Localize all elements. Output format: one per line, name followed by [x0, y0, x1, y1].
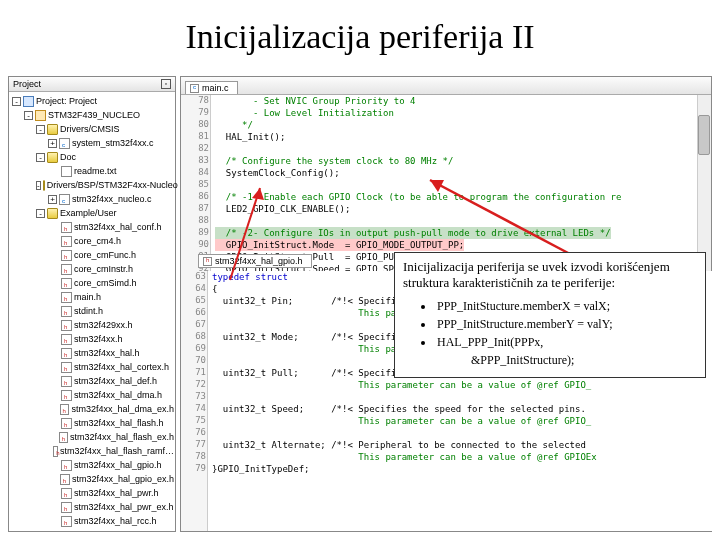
- tree-node[interactable]: core_cmFunc.h: [10, 248, 174, 262]
- tree-node[interactable]: -Example/User: [10, 206, 174, 220]
- tree-label: stm32f4xx_hal_dma.h: [74, 388, 162, 402]
- h-icon: [59, 432, 68, 443]
- h-icon: [53, 446, 58, 457]
- tree-label: readme.txt: [74, 164, 117, 178]
- tree-label: stm32f4xx_hal_gpio.h: [74, 458, 162, 472]
- tree-label: STM32F439_NUCLEO: [48, 108, 140, 122]
- h-icon: [61, 250, 72, 261]
- tree-node[interactable]: stm32f4xx_hal_flash.h: [10, 416, 174, 430]
- tree-label: core_cm4.h: [74, 234, 121, 248]
- tree-twisty-icon[interactable]: -: [12, 97, 21, 106]
- tree-node[interactable]: -Drivers/BSP/STM32F4xx-Nucleo: [10, 178, 174, 192]
- tree-node[interactable]: stm32f4xx_hal_def.h: [10, 374, 174, 388]
- tree-label: stm32f429xx.h: [74, 318, 133, 332]
- tree-twisty-icon[interactable]: -: [36, 125, 45, 134]
- fold-icon: [47, 152, 58, 163]
- pin-icon[interactable]: ▫: [161, 79, 171, 89]
- fold-icon: [43, 180, 45, 191]
- tree-node[interactable]: +system_stm32f4xx.c: [10, 136, 174, 150]
- project-pane: Project ▫ -Project: Project-STM32F439_NU…: [8, 76, 176, 532]
- h-icon: [61, 320, 72, 331]
- tree-node[interactable]: stm32f429xx.h: [10, 318, 174, 332]
- c-icon: [59, 194, 70, 205]
- tree-node[interactable]: main.h: [10, 290, 174, 304]
- h-icon: [61, 306, 72, 317]
- tree-node[interactable]: core_cmSimd.h: [10, 276, 174, 290]
- tree-node[interactable]: stm32f4xx_hal_pwr.h: [10, 486, 174, 500]
- tree-label: stdint.h: [74, 304, 103, 318]
- tree-label: Example/User: [60, 206, 117, 220]
- tab-row: main.c: [181, 77, 711, 95]
- tree-twisty-icon[interactable]: +: [48, 139, 57, 148]
- tree-node[interactable]: stm32f4xx_hal_dma_ex.h: [10, 402, 174, 416]
- scroll-thumb[interactable]: [698, 115, 710, 155]
- tree-label: stm32f4xx_hal.h: [74, 346, 140, 360]
- tree-label: Drivers/CMSIS: [60, 122, 120, 136]
- c-icon: [59, 138, 70, 149]
- tree-node[interactable]: core_cm4.h: [10, 234, 174, 248]
- fold-icon: [47, 208, 58, 219]
- h-icon: [61, 236, 72, 247]
- tree-twisty-icon[interactable]: -: [24, 111, 33, 120]
- tree-node[interactable]: stm32f4xx_hal_pwr_ex.h: [10, 500, 174, 514]
- tree-twisty-icon[interactable]: -: [36, 181, 41, 190]
- tree-node[interactable]: readme.txt: [10, 164, 174, 178]
- h-icon: [61, 460, 72, 471]
- tree-label: stm32f4xx_hal_pwr_ex.h: [74, 500, 174, 514]
- tree-label: main.h: [74, 290, 101, 304]
- tree-node[interactable]: stm32f4xx_hal.h: [10, 346, 174, 360]
- prj-icon: [23, 96, 34, 107]
- tree-node[interactable]: -Doc: [10, 150, 174, 164]
- h-icon: [61, 264, 72, 275]
- tree-node[interactable]: stm32f4xx_hal_dma.h: [10, 388, 174, 402]
- callout-box: Inicijalizacija periferija se uvek izvod…: [394, 252, 706, 378]
- project-header-label: Project: [13, 79, 41, 89]
- tree-node[interactable]: +stm32f4xx_nucleo.c: [10, 192, 174, 206]
- callout-example-2: PPP_InitStructure.memberY = valY;: [403, 315, 697, 333]
- tree-label: Project: Project: [36, 94, 97, 108]
- tree-node[interactable]: -Project: Project: [10, 94, 174, 108]
- tree-label: stm32f4xx_hal_dma_ex.h: [71, 402, 174, 416]
- tree-node[interactable]: stm32f4xx_hal_gpio_ex.h: [10, 472, 174, 486]
- tree-label: system_stm32f4xx.c: [72, 136, 154, 150]
- tree-label: stm32f4xx.h: [74, 332, 123, 346]
- arrow-annotation-1: [210, 180, 410, 304]
- h-icon: [61, 376, 72, 387]
- tree-label: stm32f4xx_hal_gpio_ex.h: [72, 472, 174, 486]
- c-file-icon: [190, 84, 199, 93]
- h-icon: [61, 362, 72, 373]
- tree-node[interactable]: core_cmInstr.h: [10, 262, 174, 276]
- tree-label: stm32f4xx_hal_rcc.h: [74, 514, 157, 528]
- tree-node[interactable]: -Drivers/CMSIS: [10, 122, 174, 136]
- fold-icon: [47, 124, 58, 135]
- tree-node[interactable]: stm32f4xx_hal_rcc.h: [10, 514, 174, 528]
- tree-twisty-icon[interactable]: -: [36, 153, 45, 162]
- tree-node[interactable]: stm32f4xx_hal_gpio.h: [10, 458, 174, 472]
- h-icon: [61, 390, 72, 401]
- page-title: Inicijalizacija periferija II: [0, 0, 720, 62]
- project-tree[interactable]: -Project: Project-STM32F439_NUCLEO-Drive…: [9, 92, 175, 530]
- svg-marker-1: [252, 188, 264, 200]
- tree-label: core_cmSimd.h: [74, 276, 137, 290]
- tree-label: stm32f4xx_hal_flash.h: [74, 416, 164, 430]
- svg-line-0: [230, 188, 260, 280]
- tree-node[interactable]: stm32f4xx_hal_conf.h: [10, 220, 174, 234]
- tree-label: core_cmFunc.h: [74, 248, 136, 262]
- svg-line-2: [430, 180, 570, 254]
- tree-node[interactable]: stdint.h: [10, 304, 174, 318]
- tree-twisty-icon[interactable]: -: [36, 209, 45, 218]
- tree-node[interactable]: -STM32F439_NUCLEO: [10, 108, 174, 122]
- h-icon: [61, 222, 72, 233]
- callout-example-1: PPP_InitStucture.memberX = valX;: [403, 297, 697, 315]
- project-header: Project ▫: [9, 77, 175, 92]
- tree-twisty-icon[interactable]: +: [48, 195, 57, 204]
- tree-node[interactable]: stm32f4xx.h: [10, 332, 174, 346]
- tree-label: stm32f4xx_hal_pwr.h: [74, 486, 159, 500]
- tree-node[interactable]: stm32f4xx_hal_flash_ex.h: [10, 430, 174, 444]
- tree-label: stm32f4xx_hal_flash_ex.h: [70, 430, 174, 444]
- tree-node[interactable]: stm32f4xx_hal_cortex.h: [10, 360, 174, 374]
- h-icon: [61, 348, 72, 359]
- tab-main[interactable]: main.c: [185, 81, 238, 94]
- h-icon: [61, 488, 72, 499]
- tree-node[interactable]: stm32f4xx_hal_flash_ramf…: [10, 444, 174, 458]
